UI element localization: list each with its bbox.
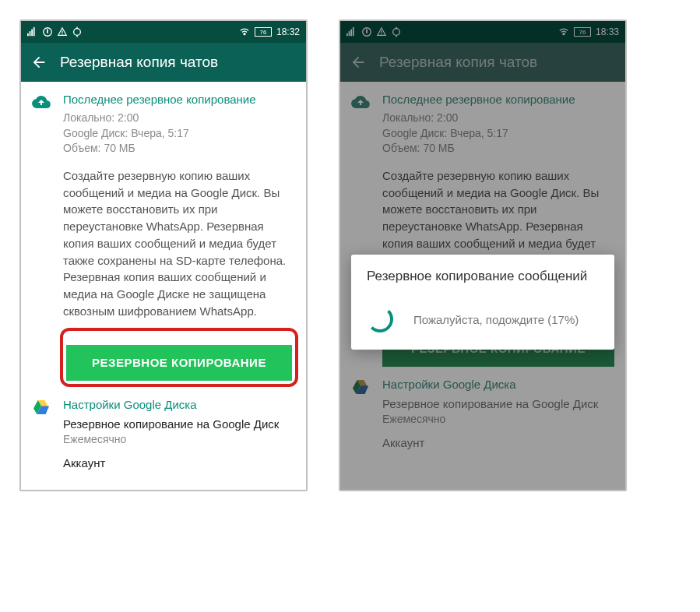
battery-icon: 76 [255, 27, 272, 37]
gdrive-settings-heading: Настройки Google Диска [63, 396, 295, 413]
phone-right: 76 18:33 Резервная копия чатов Последнее… [339, 19, 627, 491]
svg-rect-7 [62, 33, 62, 34]
backup-description: Создайте резервную копию ваших сообщений… [63, 167, 295, 320]
dialog-title: Резервное копирование сообщений [367, 269, 599, 284]
last-backup-size: Объем: 70 МБ [63, 141, 295, 157]
svg-rect-1 [30, 31, 31, 36]
svg-rect-6 [62, 30, 62, 33]
phone-left: 76 18:32 Резервная копия чатов Последнее… [19, 19, 308, 491]
dialog-progress-text: Пожалуйста, подождите (17%) [413, 311, 579, 328]
svg-rect-2 [31, 30, 33, 37]
gdrive-backup-label: Резервное копирование на Google Диск [63, 416, 295, 432]
last-backup-section: Последнее резервное копирование Локально… [32, 91, 295, 387]
signal-icon [27, 26, 38, 37]
page-title: Резервная копия чатов [60, 54, 218, 71]
clock: 18:32 [276, 26, 300, 37]
spinner-icon [367, 306, 393, 332]
last-backup-local: Локально: 2:00 [63, 111, 295, 126]
svg-point-9 [244, 33, 245, 35]
wifi-icon [239, 26, 250, 37]
sync-icon [72, 26, 83, 37]
svg-rect-5 [47, 30, 48, 33]
google-drive-icon [32, 406, 51, 419]
status-bar: 76 18:32 [21, 21, 306, 43]
gdrive-settings-section[interactable]: Настройки Google Диска Резервное копиров… [32, 396, 295, 472]
cloud-upload-icon [32, 100, 51, 114]
content-area: Последнее резервное копирование Локально… [21, 82, 306, 490]
gdrive-account-label: Аккаунт [63, 455, 295, 471]
gdrive-backup-freq: Ежемесячно [63, 432, 295, 448]
svg-rect-0 [27, 33, 29, 37]
backup-button[interactable]: РЕЗЕРВНОЕ КОПИРОВАНИЕ [66, 345, 292, 381]
last-backup-gdrive: Google Диск: Вчера, 5:17 [63, 126, 295, 142]
app-bar: Резервная копия чатов [21, 43, 306, 82]
annotation-highlight: РЕЗЕРВНОЕ КОПИРОВАНИЕ [60, 328, 298, 387]
warning-icon [57, 26, 68, 37]
notif-icon [42, 26, 53, 37]
svg-point-8 [74, 29, 81, 36]
back-icon[interactable] [30, 54, 47, 71]
last-backup-heading: Последнее резервное копирование [63, 91, 295, 107]
svg-rect-3 [33, 27, 35, 36]
progress-dialog: Резервное копирование сообщений Пожалуйс… [351, 255, 614, 350]
